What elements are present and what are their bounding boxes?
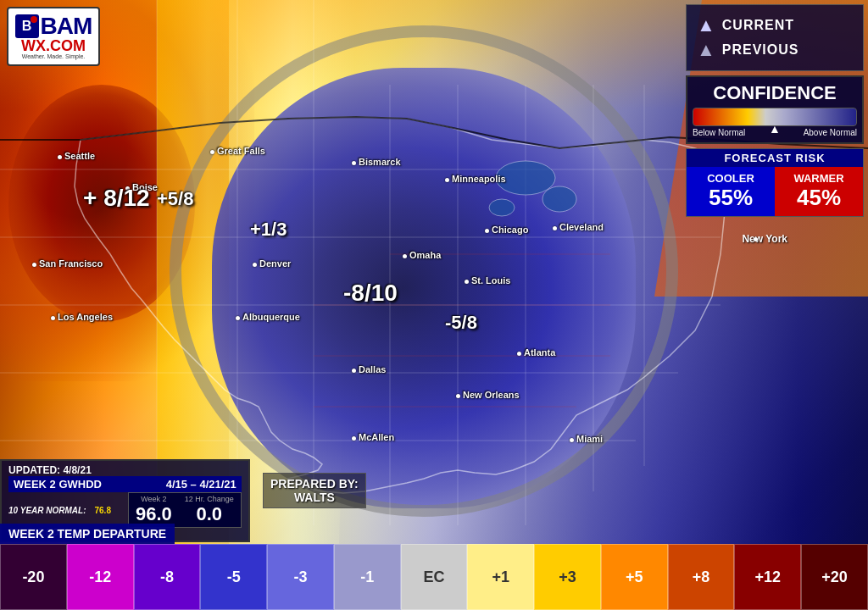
week2-departure-label: WEEK 2 TEMP DEPARTURE: [0, 524, 175, 544]
date-range: 4/15 – 4/21/21: [166, 478, 236, 491]
city-dallas: Dallas: [352, 364, 386, 374]
td-cell-plus5: +5: [601, 544, 668, 610]
city-albuquerque: Albuquerque: [236, 312, 300, 322]
city-st-louis: St. Louis: [465, 275, 510, 286]
temp-label-plus1-3: +1/3: [250, 219, 287, 241]
td-cell-neg8: -8: [134, 544, 201, 610]
forecast-risk-warmer: WARMER 45%: [775, 167, 863, 216]
td-cell-ec: EC: [401, 544, 468, 610]
previous-label: PREVIOUS: [722, 42, 799, 58]
week2-label: Week 2: [136, 495, 172, 503]
forecast-risk-cooler: COOLER 55%: [687, 167, 775, 216]
city-los-angeles: Los Angeles: [51, 312, 113, 322]
logo-bam: BAM: [41, 14, 92, 38]
warmer-label: WARMER: [778, 172, 860, 185]
logo-wx: WX.COM: [21, 38, 86, 53]
prepared-by-name: WALTS: [270, 491, 359, 504]
normal-10yr-label: 10 YEAR NORMAL:: [8, 506, 86, 515]
week2-value: 96.0: [136, 503, 172, 525]
current-label: CURRENT: [722, 18, 794, 33]
previous-row: ▲ PREVIOUS: [697, 39, 853, 61]
change-value: 0.0: [185, 503, 234, 525]
week-label: WEEK 2 GWHDD: [14, 478, 102, 491]
city-new-orleans: New Orleans: [456, 390, 520, 400]
city-new-york: New York: [742, 233, 787, 245]
temp-departure-bar: -20 -12 -8 -5 -3 -1 EC +1 +3 +5 +8 +12 +…: [0, 544, 868, 610]
td-cell-neg20: -20: [0, 544, 67, 610]
logo-tagline: Weather. Made. Simple.: [22, 53, 86, 59]
svg-point-19: [489, 199, 515, 216]
previous-arrow-icon: ▲: [697, 39, 715, 61]
td-cell-neg1: -1: [334, 544, 401, 610]
td-cell-neg3: -3: [267, 544, 334, 610]
right-panel: ▲ CURRENT ▲ PREVIOUS CONFIDENCE ▲ Below …: [686, 4, 864, 217]
temp-label-minus8-10: -8/10: [343, 280, 398, 307]
warmer-value: 45%: [778, 185, 860, 211]
week2-box: Week 2 96.0 12 Hr. Change 0.0: [128, 492, 242, 528]
city-great-falls: Great Falls: [210, 146, 265, 156]
city-miami: Miami: [570, 434, 603, 444]
temp-label-minus5-8: -5/8: [445, 312, 477, 334]
cooler-value: 55%: [690, 185, 771, 211]
city-san-francisco: San Francisco: [32, 258, 103, 269]
forecast-risk-title: FORECAST RISK: [687, 149, 863, 167]
city-bismarck: Bismarck: [352, 157, 401, 167]
td-cell-plus20: +20: [801, 544, 868, 610]
current-arrow-icon: ▲: [697, 14, 715, 36]
city-omaha: Omaha: [403, 250, 441, 260]
city-seattle: Seattle: [58, 151, 95, 161]
svg-point-18: [542, 186, 576, 212]
confidence-indicator-icon: ▲: [769, 122, 781, 136]
td-cell-plus1: +1: [467, 544, 534, 610]
confidence-box: CONFIDENCE ▲ Below Normal Above Normal: [686, 75, 864, 144]
map-container: B BAM WX.COM Weather. Made. Simple. Seat…: [0, 0, 868, 610]
prepared-by-section: PREPARED BY: WALTS: [263, 473, 366, 508]
city-atlanta: Atlanta: [517, 347, 555, 358]
cooler-label: COOLER: [690, 172, 771, 185]
confidence-below-label: Below Normal: [693, 128, 745, 137]
city-chicago: Chicago: [485, 225, 528, 235]
current-previous-box: ▲ CURRENT ▲ PREVIOUS: [686, 4, 864, 71]
city-minneapolis: Minneapolis: [445, 174, 506, 184]
normal-10yr-value: 76.8: [95, 506, 111, 515]
city-mcallen: McAllen: [352, 432, 394, 442]
forecast-risk-row: COOLER 55% WARMER 45%: [687, 167, 863, 216]
city-new-york-dot: [754, 237, 758, 241]
td-cell-plus8: +8: [668, 544, 735, 610]
logo: B BAM WX.COM Weather. Made. Simple.: [7, 7, 100, 66]
td-cell-neg5: -5: [200, 544, 267, 610]
updated-text: UPDATED: 4/8/21: [8, 464, 242, 476]
forecast-risk-box: FORECAST RISK COOLER 55% WARMER 45%: [686, 148, 864, 217]
week-header: WEEK 2 GWHDD 4/15 – 4/21/21: [8, 476, 242, 492]
city-denver: Denver: [253, 258, 291, 269]
td-cell-plus12: +12: [734, 544, 801, 610]
td-cell-plus3: +3: [534, 544, 601, 610]
confidence-above-label: Above Normal: [804, 128, 857, 137]
city-cleveland: Cleveland: [553, 222, 604, 232]
current-row: ▲ CURRENT: [697, 14, 853, 36]
change-label: 12 Hr. Change: [185, 495, 234, 503]
temp-label-plus8-12: + 8/12: [83, 185, 150, 212]
normal-10yr-row: 10 YEAR NORMAL: 76.8 Week 2 96.0 12 Hr. …: [8, 492, 242, 528]
temp-label-plus5-8: +5/8: [157, 188, 193, 210]
confidence-bar: ▲: [693, 108, 857, 126]
td-cell-neg12: -12: [67, 544, 134, 610]
prepared-by-label: PREPARED BY:: [270, 477, 359, 491]
confidence-title: CONFIDENCE: [693, 82, 857, 104]
